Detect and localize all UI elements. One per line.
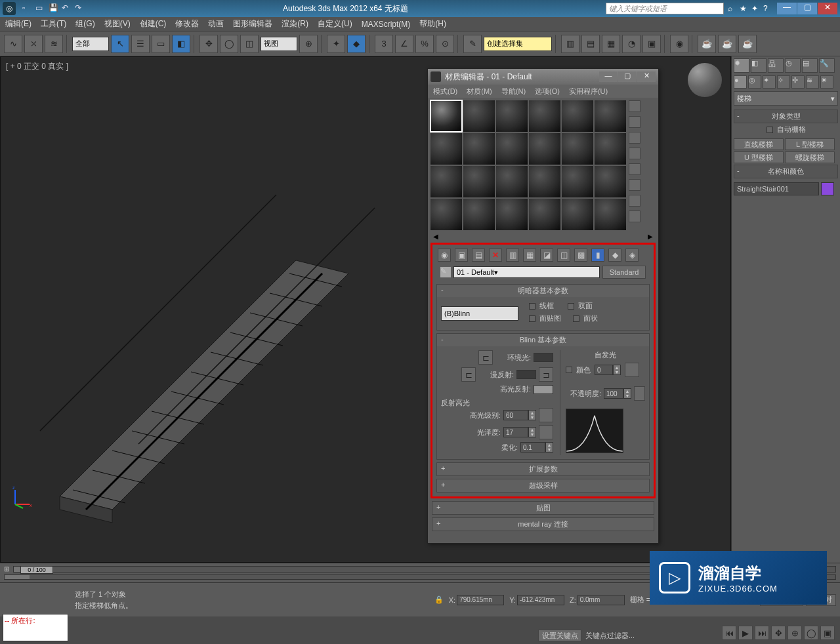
menu-modifiers[interactable]: 修改器 bbox=[175, 18, 199, 30]
pctsnap-icon[interactable]: % bbox=[415, 35, 434, 53]
playback-play-icon[interactable]: ▶ bbox=[738, 626, 753, 640]
timeconfig-icon[interactable]: ⊞ bbox=[4, 565, 9, 573]
anglesnap-icon[interactable]: ∠ bbox=[395, 35, 413, 53]
help-icon[interactable]: ⌕ bbox=[728, 4, 737, 13]
diffuse-swatch[interactable] bbox=[516, 370, 536, 379]
slot-tool-icon[interactable] bbox=[629, 211, 640, 222]
me-minimize-button[interactable]: — bbox=[599, 71, 618, 82]
btn-l-stair[interactable]: L 型楼梯 bbox=[785, 138, 835, 150]
playback-next-icon[interactable]: ⏭ bbox=[755, 626, 769, 640]
material-slot[interactable] bbox=[562, 100, 593, 132]
subtab-systems-icon[interactable]: ✷ bbox=[820, 75, 833, 89]
material-slot[interactable] bbox=[595, 133, 626, 165]
selection-filter[interactable]: 全部 bbox=[72, 37, 109, 51]
subtab-cameras-icon[interactable]: ✧ bbox=[777, 75, 790, 89]
material-slot[interactable] bbox=[496, 133, 528, 165]
slot-tool-icon[interactable] bbox=[629, 116, 640, 128]
tab-utilities-icon[interactable]: 🔧 bbox=[819, 58, 835, 73]
scale-icon[interactable]: ◫ bbox=[240, 35, 259, 53]
material-slot[interactable] bbox=[496, 199, 528, 230]
nav-orbit-icon[interactable]: ◯ bbox=[804, 626, 818, 640]
subtab-helpers-icon[interactable]: ✢ bbox=[791, 75, 805, 89]
me-menu-util[interactable]: 实用程序(U) bbox=[569, 87, 608, 96]
shader-dropdown[interactable]: (B)Blinn bbox=[441, 306, 518, 321]
maxscript-mini-listener[interactable]: -- 所在行: bbox=[3, 614, 68, 641]
menu-group[interactable]: 组(G) bbox=[75, 18, 94, 30]
manip-icon[interactable]: ✦ bbox=[327, 35, 345, 53]
select-name-icon[interactable]: ☰ bbox=[131, 35, 150, 53]
menu-maxscript[interactable]: MAXScript(M) bbox=[362, 20, 411, 29]
soften-input[interactable]: 0.1 bbox=[520, 442, 545, 453]
wire-checkbox[interactable] bbox=[529, 303, 536, 310]
axis-gizmo[interactable]: z x bbox=[10, 486, 33, 510]
playback-prev-icon[interactable]: ⏮ bbox=[722, 626, 736, 640]
specular-swatch[interactable] bbox=[534, 385, 553, 394]
rotate-icon[interactable]: ◯ bbox=[220, 35, 238, 53]
viewcube-icon[interactable] bbox=[688, 63, 722, 97]
material-slot[interactable] bbox=[529, 100, 560, 132]
faceted-checkbox[interactable] bbox=[573, 315, 579, 322]
object-color-swatch[interactable] bbox=[821, 182, 834, 195]
gloss-map-icon[interactable] bbox=[539, 425, 553, 439]
tab-create-icon[interactable]: ✹ bbox=[734, 58, 749, 73]
menu-animation[interactable]: 动画 bbox=[208, 18, 224, 30]
close-button[interactable]: ✕ bbox=[818, 3, 837, 14]
material-slot[interactable] bbox=[496, 100, 528, 132]
tab-modify-icon[interactable]: ◧ bbox=[751, 58, 766, 73]
rollout-shader-basic[interactable]: 明暗器基本参数 bbox=[437, 285, 649, 297]
me-close-button[interactable]: ✕ bbox=[637, 71, 656, 82]
menu-views[interactable]: 视图(V) bbox=[104, 18, 131, 30]
material-slot[interactable] bbox=[430, 100, 462, 132]
material-type-button[interactable]: Standard bbox=[602, 266, 646, 279]
me-menu-material[interactable]: 材质(M) bbox=[467, 87, 492, 96]
btn-straight-stair[interactable]: 直线楼梯 bbox=[734, 138, 784, 150]
viewport-label[interactable]: [ + 0 正交 0 真实 ] bbox=[6, 61, 68, 72]
opacity-map-icon[interactable] bbox=[634, 386, 645, 401]
redo-icon[interactable]: ↷ bbox=[75, 3, 85, 14]
tab-hierarchy-icon[interactable]: 品 bbox=[768, 58, 784, 73]
slot-tool-icon[interactable] bbox=[629, 179, 640, 191]
material-editor-titlebar[interactable]: 材质编辑器 - 01 - Default — ▢ ✕ bbox=[428, 69, 658, 85]
nav-up-icon[interactable]: ◆ bbox=[608, 249, 621, 262]
menu-grapheditors[interactable]: 图形编辑器 bbox=[233, 18, 272, 30]
render-icon[interactable]: ☕ bbox=[738, 35, 757, 53]
save-icon[interactable]: 💾 bbox=[49, 3, 59, 14]
move-icon[interactable]: ✥ bbox=[200, 35, 218, 53]
diffuse-link-icon[interactable]: ⊐ bbox=[539, 367, 553, 382]
autogrid-checkbox[interactable] bbox=[766, 127, 773, 133]
search-input[interactable]: 键入关键字或短语 bbox=[606, 3, 724, 14]
put-to-scene-icon[interactable]: ▣ bbox=[455, 249, 468, 262]
material-slot[interactable] bbox=[562, 199, 593, 230]
spinsnap-icon[interactable]: ⊙ bbox=[436, 35, 454, 53]
slot-tool-icon[interactable] bbox=[629, 100, 640, 112]
show-end-icon[interactable]: ▮ bbox=[591, 249, 604, 262]
material-slot[interactable] bbox=[529, 133, 560, 165]
snap3-icon[interactable]: 3 bbox=[375, 35, 393, 53]
undo-icon[interactable]: ↶ bbox=[62, 3, 72, 14]
select-object-icon[interactable]: ↖ bbox=[111, 35, 129, 53]
material-slot[interactable] bbox=[463, 199, 495, 230]
nav-fwd-icon[interactable]: ◈ bbox=[625, 249, 639, 262]
material-slot[interactable] bbox=[430, 166, 462, 197]
material-slot[interactable] bbox=[463, 100, 495, 132]
keymode-icon[interactable]: ◆ bbox=[347, 35, 366, 53]
me-menu-nav[interactable]: 导航(N) bbox=[501, 87, 526, 96]
material-slot[interactable] bbox=[430, 199, 462, 230]
make-unique-icon[interactable]: ▦ bbox=[523, 249, 536, 262]
btn-u-stair[interactable]: U 型楼梯 bbox=[734, 151, 784, 163]
btn-spiral-stair[interactable]: 螺旋楼梯 bbox=[785, 151, 835, 163]
maximize-button[interactable]: ▢ bbox=[797, 3, 817, 14]
ambient-swatch[interactable] bbox=[534, 353, 553, 362]
put-lib-icon[interactable]: ◪ bbox=[540, 249, 553, 262]
slot-tool-icon[interactable] bbox=[629, 195, 640, 207]
material-slot[interactable] bbox=[463, 166, 495, 197]
assign-icon[interactable]: ▤ bbox=[472, 249, 485, 262]
subtab-geometry-icon[interactable]: ● bbox=[734, 75, 747, 89]
show-map-icon[interactable]: ▩ bbox=[574, 249, 587, 262]
spec-level-input[interactable]: 60 bbox=[503, 410, 528, 420]
me-maximize-button[interactable]: ▢ bbox=[618, 71, 637, 82]
pivot-icon[interactable]: ⊕ bbox=[299, 35, 318, 53]
me-menu-options[interactable]: 选项(O) bbox=[535, 87, 560, 96]
menu-customize[interactable]: 自定义(U) bbox=[318, 18, 352, 30]
subtab-lights-icon[interactable]: ✦ bbox=[763, 75, 776, 89]
